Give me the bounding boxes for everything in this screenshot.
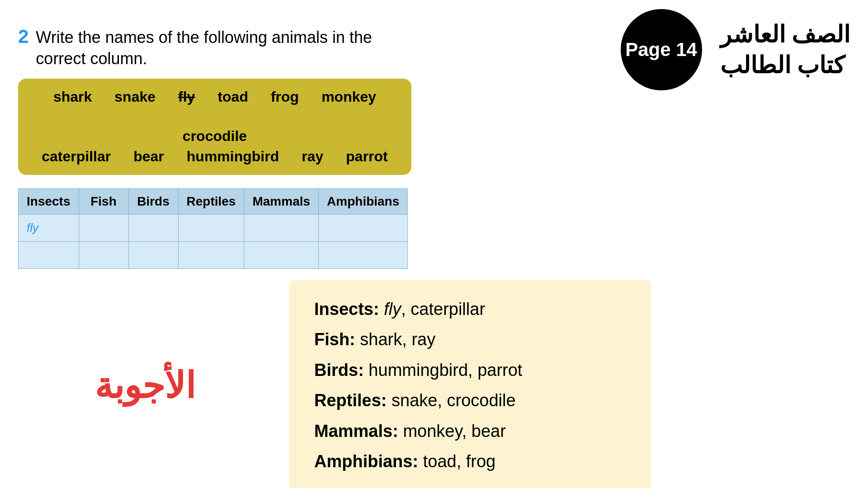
insects-label: Insects: — [314, 300, 379, 319]
word-bank: shark snake fly toad frog monkey crocodi… — [18, 79, 411, 175]
word-bear: bear — [133, 148, 164, 165]
reptiles-value: snake, crocodile — [392, 391, 516, 410]
word-crocodile: crocodile — [183, 128, 247, 145]
col-amphibians: Amphibians — [319, 188, 408, 214]
cell-fish-2[interactable] — [79, 241, 128, 268]
cell-insects-1[interactable]: fly — [19, 214, 79, 241]
word-frog: frog — [271, 89, 299, 105]
mammals-value: monkey, bear — [403, 422, 505, 441]
table-row: fly — [19, 214, 408, 241]
question-text: Write the names of the following animals… — [36, 27, 411, 70]
word-hummingbird: hummingbird — [187, 148, 279, 165]
cell-mammals-2[interactable] — [244, 241, 319, 268]
mammals-label: Mammals: — [314, 422, 398, 441]
animals-table: Insects Fish Birds Reptiles Mammals Amph… — [18, 188, 408, 269]
word-ray: ray — [302, 148, 323, 165]
word-toad: toad — [217, 89, 248, 105]
col-reptiles: Reptiles — [178, 188, 244, 214]
table-row — [19, 241, 408, 268]
cell-mammals-1[interactable] — [244, 214, 319, 241]
question-number: 2 — [18, 27, 28, 46]
cell-insects-2[interactable] — [19, 241, 79, 268]
cell-reptiles-1[interactable] — [178, 214, 244, 241]
amphibians-value: toad, frog — [423, 452, 496, 471]
word-parrot: parrot — [346, 148, 387, 165]
answer-box: Insects: fly, caterpillar Fish: shark, r… — [289, 280, 651, 488]
arabic-titles: الصف العاشر كتاب الطالب — [720, 21, 850, 79]
col-birds: Birds — [128, 188, 178, 214]
cell-birds-1[interactable] — [128, 214, 178, 241]
cell-amphibians-1[interactable] — [319, 214, 408, 241]
top-header: الصف العاشر كتاب الطالب Page 14 — [621, 9, 850, 90]
word-bank-row1: shark snake fly toad frog monkey crocodi… — [36, 89, 393, 145]
answer-amphibians: Amphibians: toad, frog — [314, 450, 626, 473]
col-fish: Fish — [79, 188, 128, 214]
fish-value: shark, ray — [360, 330, 435, 349]
answer-birds: Birds: hummingbird, parrot — [314, 359, 626, 381]
word-shark: shark — [53, 89, 92, 105]
answer-insects: Insects: fly, caterpillar — [314, 298, 626, 320]
answer-mammals: Mammals: monkey, bear — [314, 420, 626, 442]
amphibians-label: Amphibians: — [314, 452, 418, 471]
question-header: 2 Write the names of the following anima… — [18, 27, 411, 70]
table-header-row: Insects Fish Birds Reptiles Mammals Amph… — [19, 188, 408, 214]
bottom-section: الأجوبة Insects: fly, caterpillar Fish: … — [0, 280, 868, 488]
word-bank-row2: caterpillar bear hummingbird ray parrot — [36, 148, 393, 165]
word-caterpillar: caterpillar — [42, 148, 111, 165]
word-monkey: monkey — [321, 89, 376, 105]
insects-value-italic: fly — [384, 300, 401, 319]
arabic-answer-label: الأجوبة — [0, 365, 289, 407]
cell-amphibians-2[interactable] — [319, 241, 408, 268]
reptiles-label: Reptiles: — [314, 391, 387, 410]
cell-fish-1[interactable] — [79, 214, 128, 241]
cell-birds-2[interactable] — [128, 241, 178, 268]
birds-label: Birds: — [314, 361, 364, 380]
col-mammals: Mammals — [244, 188, 319, 214]
arabic-title-line1: الصف العاشر — [720, 21, 850, 48]
fish-label: Fish: — [314, 330, 355, 349]
answer-fish: Fish: shark, ray — [314, 328, 626, 351]
word-snake: snake — [114, 89, 156, 105]
cell-reptiles-2[interactable] — [178, 241, 244, 268]
col-insects: Insects — [19, 188, 79, 214]
main-content: 2 Write the names of the following anima… — [18, 27, 411, 269]
word-fly: fly — [178, 89, 195, 105]
birds-value: hummingbird, parrot — [368, 361, 522, 380]
arabic-title-line2: كتاب الطالب — [720, 52, 845, 79]
page-circle: Page 14 — [621, 9, 702, 90]
answer-reptiles: Reptiles: snake, crocodile — [314, 389, 626, 412]
